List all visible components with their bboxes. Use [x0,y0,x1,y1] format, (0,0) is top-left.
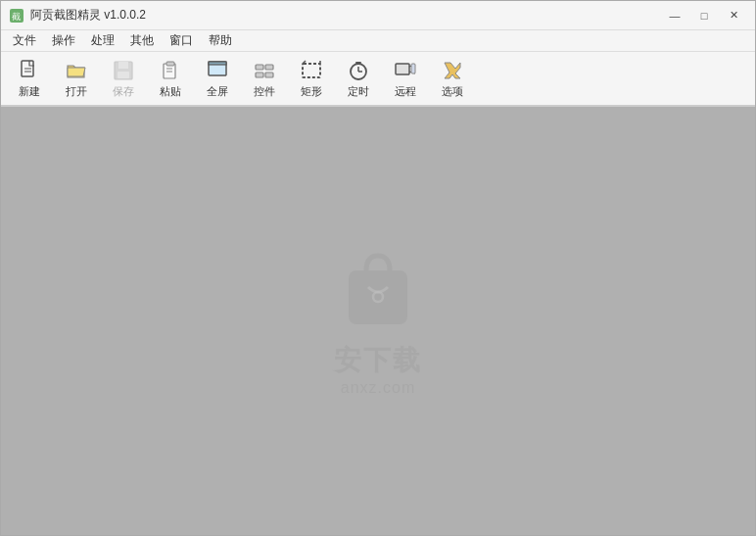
toolbar-fullscreen-label: 全屏 [207,84,228,99]
svg-rect-14 [256,65,263,70]
app-icon: 截 [9,8,24,24]
toolbar-control-label: 控件 [254,84,275,99]
timer-icon [347,59,370,82]
control-icon [253,59,276,82]
menu-file[interactable]: 文件 [5,30,44,52]
canvas-area[interactable]: 安下载 anxz.com [1,107,755,535]
toolbar-options-label: 选项 [442,84,463,99]
minimize-button[interactable]: — [661,6,688,25]
svg-point-30 [373,292,383,302]
toolbar-remote-button[interactable]: 远程 [383,54,428,103]
toolbar-open-button[interactable]: 打开 [54,54,99,103]
toolbar-control-button[interactable]: 控件 [242,54,287,103]
watermark-line2: anxz.com [341,379,415,397]
toolbar-new-button[interactable]: 新建 [7,54,52,103]
svg-rect-15 [265,65,273,70]
svg-rect-9 [166,62,174,66]
new-icon [18,59,41,82]
svg-text:截: 截 [12,12,21,22]
svg-rect-16 [256,73,263,77]
svg-rect-17 [265,73,273,77]
menu-help[interactable]: 帮助 [201,30,240,52]
fullscreen-icon [206,59,229,82]
save-icon [112,59,135,82]
svg-rect-25 [396,64,409,74]
close-button[interactable]: ✕ [720,6,747,25]
toolbar-paste-button[interactable]: 粘贴 [148,54,193,103]
svg-rect-24 [355,62,361,64]
toolbar-paste-label: 粘贴 [160,84,181,99]
watermark: 安下载 anxz.com [334,246,422,397]
maximize-button[interactable]: □ [690,6,718,25]
menu-bar: 文件 操作 处理 其他 窗口 帮助 [1,30,755,52]
toolbar-open-label: 打开 [66,84,87,99]
toolbar-fullscreen-button[interactable]: 全屏 [195,54,240,103]
menu-process[interactable]: 处理 [83,30,122,52]
options-icon [441,59,464,82]
toolbar-timer-label: 定时 [348,84,369,99]
svg-rect-7 [118,72,129,78]
toolbar-save-label: 保存 [113,84,134,99]
menu-window[interactable]: 窗口 [162,30,201,52]
svg-rect-6 [118,62,128,69]
svg-rect-13 [209,62,226,65]
title-bar: 截 阿贡截图精灵 v1.0.0.2 — □ ✕ [1,1,755,30]
toolbar-remote-label: 远程 [395,84,416,99]
window-controls: — □ ✕ [661,6,747,25]
toolbar-rect-label: 矩形 [301,84,322,99]
svg-rect-28 [411,64,415,73]
toolbar-save-button[interactable]: 保存 [101,54,146,103]
menu-operate[interactable]: 操作 [44,30,83,52]
svg-rect-29 [349,270,407,324]
toolbar-new-label: 新建 [19,84,40,99]
window-title: 阿贡截图精灵 v1.0.0.2 [30,7,661,24]
menu-other[interactable]: 其他 [122,30,162,52]
toolbar: 新建 打开 保存 [1,52,755,107]
open-icon [65,59,88,82]
toolbar-timer-button[interactable]: 定时 [336,54,381,103]
paste-icon [159,59,182,82]
rect-icon [300,59,323,82]
toolbar-options-button[interactable]: 选项 [430,54,475,103]
main-window: 截 阿贡截图精灵 v1.0.0.2 — □ ✕ 文件 操作 处理 其他 窗口 帮… [0,0,756,536]
svg-rect-18 [303,64,320,77]
remote-icon [394,59,417,82]
watermark-line1: 安下载 [334,342,422,379]
toolbar-rect-button[interactable]: 矩形 [289,54,334,103]
